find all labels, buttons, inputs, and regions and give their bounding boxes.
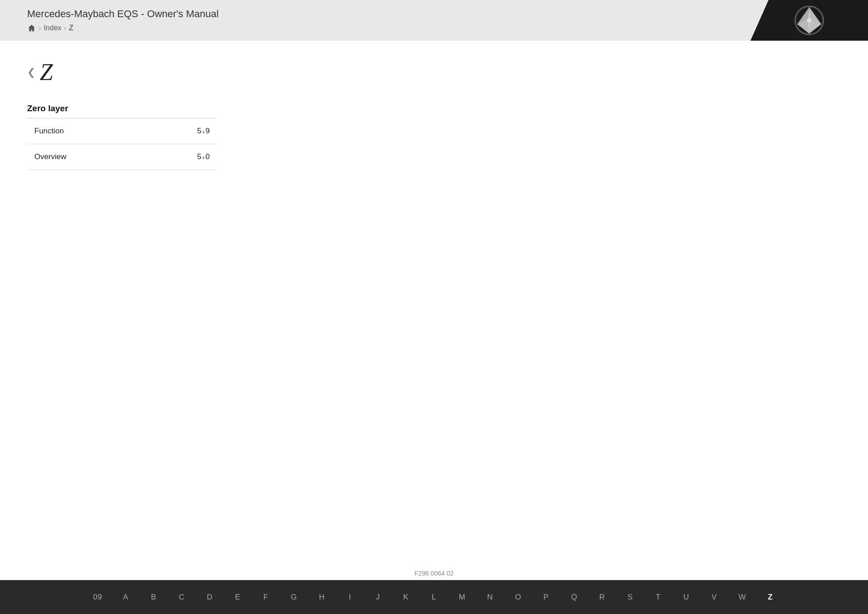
alpha-nav-item-p[interactable]: P [532, 580, 560, 614]
alpha-nav-item-j[interactable]: J [364, 580, 392, 614]
alphabet-nav: 09ABCDEFGHIJKLMNOPQRSTUVWZ [0, 580, 868, 614]
index-row-page-overview: 5›0 [197, 152, 210, 161]
alpha-nav-item-h[interactable]: H [308, 580, 336, 614]
alpha-nav-item-q[interactable]: Q [560, 580, 588, 614]
breadcrumb-current: Z [69, 24, 73, 32]
document-title: Mercedes-Maybach EQS - Owner's Manual [27, 8, 723, 20]
page-arrow-icon: › [203, 128, 205, 135]
header-left: Mercedes-Maybach EQS - Owner's Manual › … [0, 0, 750, 41]
alpha-nav-item-m[interactable]: M [448, 580, 476, 614]
index-table: Function 5›9 Overview 5›0 [27, 118, 217, 170]
svg-point-2 [807, 18, 811, 23]
alpha-nav-item-t[interactable]: T [644, 580, 672, 614]
index-group-title: Zero layer [27, 104, 841, 113]
alpha-nav-item-o[interactable]: O [504, 580, 532, 614]
header: Mercedes-Maybach EQS - Owner's Manual › … [0, 0, 868, 41]
breadcrumb: › Index › Z [27, 24, 723, 33]
alpha-nav-item-l[interactable]: L [420, 580, 448, 614]
alpha-nav-item-s[interactable]: S [616, 580, 644, 614]
mercedes-star-icon [793, 5, 825, 36]
section-heading: ❮ Z [27, 59, 841, 85]
alpha-nav-item-09[interactable]: 09 [84, 580, 112, 614]
breadcrumb-sep-1: › [39, 24, 41, 32]
breadcrumb-index[interactable]: Index [44, 24, 61, 32]
breadcrumb-sep-2: › [64, 24, 66, 32]
index-row-label-function: Function [34, 127, 64, 136]
alpha-nav-item-e[interactable]: E [224, 580, 252, 614]
alpha-nav-item-v[interactable]: V [700, 580, 728, 614]
back-arrow-icon[interactable]: ❮ [27, 67, 35, 77]
alpha-nav-item-c[interactable]: C [168, 580, 196, 614]
alpha-nav-item-u[interactable]: U [672, 580, 700, 614]
home-icon[interactable] [27, 24, 36, 33]
section-letter: Z [40, 59, 53, 85]
alpha-nav-item-b[interactable]: B [140, 580, 168, 614]
index-row-page-function: 5›9 [197, 127, 210, 136]
alpha-nav-item-n[interactable]: N [476, 580, 504, 614]
alpha-nav-item-w[interactable]: W [728, 580, 756, 614]
main-content: ❮ Z Zero layer Function 5›9 Overview 5›0 [0, 41, 868, 580]
mercedes-logo-area [750, 0, 868, 41]
doc-code: F296 0064 02 [415, 570, 453, 577]
alpha-nav-item-d[interactable]: D [196, 580, 224, 614]
alpha-nav-item-g[interactable]: G [280, 580, 308, 614]
page-arrow-icon-2: › [203, 153, 205, 161]
alpha-nav-item-k[interactable]: K [392, 580, 420, 614]
index-group-zero-layer: Zero layer Function 5›9 Overview 5›0 [27, 104, 841, 170]
alpha-nav-item-z[interactable]: Z [756, 580, 784, 614]
alpha-nav-container: 09ABCDEFGHIJKLMNOPQRSTUVWZ [84, 580, 784, 614]
alpha-nav-item-r[interactable]: R [588, 580, 616, 614]
alpha-nav-item-a[interactable]: A [112, 580, 140, 614]
alpha-nav-item-f[interactable]: F [252, 580, 280, 614]
index-row-function[interactable]: Function 5›9 [27, 118, 217, 144]
index-row-overview[interactable]: Overview 5›0 [27, 144, 217, 170]
index-row-label-overview: Overview [34, 152, 66, 161]
alpha-nav-item-i[interactable]: I [336, 580, 364, 614]
